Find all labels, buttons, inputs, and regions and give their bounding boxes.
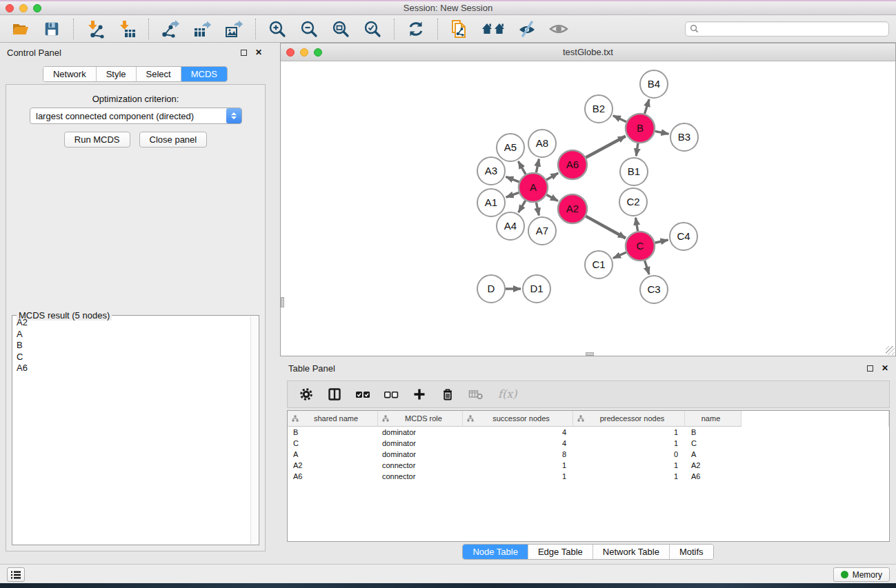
column-header-successor-nodes[interactable]: successor nodes [463, 411, 573, 427]
edge-A-A3[interactable] [506, 176, 519, 182]
node-A[interactable]: A [519, 173, 548, 202]
result-scrollbar[interactable] [250, 316, 258, 544]
node-C1[interactable]: C1 [585, 251, 613, 278]
node-A8[interactable]: A8 [528, 130, 556, 157]
import-network-icon[interactable] [85, 19, 106, 39]
edge-A-A6[interactable] [546, 173, 558, 180]
float-panel-icon[interactable] [241, 50, 247, 56]
edge-C-C2[interactable] [636, 218, 638, 232]
tab-network-table[interactable]: Network Table [593, 545, 670, 559]
close-panel-button[interactable]: Close panel [139, 132, 208, 148]
node-B1[interactable]: B1 [620, 158, 648, 185]
node-D1[interactable]: D1 [523, 275, 550, 303]
edge-A-A7[interactable] [536, 203, 539, 216]
network-canvas[interactable]: AA1A2A3A4A5A6A7A8BB1B2B3B4CC1C2C3C4DD1 [281, 62, 895, 356]
tab-node-table[interactable]: Node Table [463, 545, 528, 559]
node-A6[interactable]: A6 [558, 150, 587, 179]
result-item[interactable]: B [14, 340, 250, 352]
network-window-titlebar[interactable]: testGlobe.txt [281, 43, 895, 61]
horizontal-scroll-thumb[interactable] [586, 352, 594, 356]
edge-B-B1[interactable] [636, 143, 638, 156]
node-B[interactable]: B [626, 114, 655, 143]
node-A1[interactable]: A1 [477, 189, 505, 216]
edge-A-A1[interactable] [506, 192, 519, 197]
open-folder-icon[interactable] [10, 19, 30, 39]
node-C[interactable]: C [626, 232, 655, 261]
trash-icon[interactable] [439, 385, 457, 403]
column-header-predecessor-nodes[interactable]: predecessor nodes [573, 411, 685, 427]
optimization-criterion-dropdown[interactable]: largest connected component (directed) [30, 108, 242, 124]
node-B3[interactable]: B3 [670, 123, 698, 151]
edge-A-A5[interactable] [518, 161, 526, 174]
edge-A-A2[interactable] [546, 195, 558, 201]
tab-select[interactable]: Select [137, 67, 181, 81]
column-header-shared-name[interactable]: shared name [288, 411, 378, 427]
edge-C-C3[interactable] [645, 261, 649, 274]
result-item[interactable]: A [14, 329, 250, 341]
eye-icon[interactable] [548, 19, 569, 39]
node-A3[interactable]: A3 [477, 157, 505, 185]
add-icon[interactable] [410, 385, 428, 403]
edge-A6-B[interactable] [586, 136, 626, 157]
close-panel-icon[interactable]: ✕ [255, 50, 262, 56]
result-item[interactable]: C [14, 352, 250, 363]
node-A5[interactable]: A5 [497, 134, 524, 161]
table-row[interactable]: Adominator80A [288, 449, 889, 460]
edge-B-B2[interactable] [613, 116, 626, 122]
edge-B-B4[interactable] [645, 99, 650, 114]
column-header-mcds-role[interactable]: MCDS role [378, 411, 463, 427]
result-item[interactable]: A6 [14, 363, 250, 374]
zoom-out-icon[interactable] [299, 19, 319, 39]
table-row[interactable]: A6connector11A6 [288, 471, 889, 482]
edge-A-A8[interactable] [536, 159, 539, 173]
search-input[interactable] [701, 24, 884, 34]
edge-A-A4[interactable] [519, 201, 526, 212]
node-A2[interactable]: A2 [558, 194, 587, 223]
tab-motifs[interactable]: Motifs [670, 545, 713, 559]
select-all-icon[interactable] [354, 385, 372, 403]
node-C4[interactable]: C4 [670, 223, 697, 250]
edge-A2-C[interactable] [586, 216, 626, 239]
edge-B-B3[interactable] [655, 131, 669, 134]
table-row[interactable]: Bdominator41B [288, 427, 889, 438]
tab-network[interactable]: Network [43, 67, 97, 81]
search-field[interactable] [685, 21, 889, 37]
export-table-icon[interactable] [192, 19, 212, 39]
import-table-icon[interactable] [117, 19, 137, 39]
zoom-fit-icon[interactable] [330, 19, 351, 39]
table-row[interactable]: A2connector11A2 [288, 460, 889, 471]
zoom-in-icon[interactable] [267, 19, 288, 39]
table-row[interactable]: Cdominator41C [288, 438, 889, 449]
columns-icon[interactable] [326, 385, 344, 403]
export-network-icon[interactable] [160, 19, 181, 39]
resize-grip[interactable] [886, 346, 895, 355]
run-mcds-button[interactable]: Run MCDS [64, 132, 130, 148]
edge-C-C1[interactable] [613, 252, 626, 258]
edge-C-C4[interactable] [655, 240, 668, 243]
tab-mcds[interactable]: MCDS [181, 67, 227, 81]
node-D[interactable]: D [477, 275, 505, 303]
node-A7[interactable]: A7 [528, 217, 556, 245]
save-icon[interactable] [41, 19, 62, 39]
refresh-icon[interactable] [406, 19, 426, 39]
zoom-selected-icon[interactable] [362, 19, 383, 39]
result-item[interactable]: A2 [14, 317, 250, 329]
node-C2[interactable]: C2 [619, 188, 647, 216]
float-table-panel-icon[interactable] [867, 365, 873, 372]
hide-eye-icon[interactable] [517, 19, 537, 39]
vertical-scroll-thumb[interactable] [281, 297, 284, 307]
copy-network-icon[interactable] [449, 19, 470, 39]
close-table-panel-icon[interactable]: ✕ [882, 365, 888, 372]
column-header-name[interactable]: name [685, 411, 741, 427]
task-list-button[interactable] [7, 567, 25, 582]
node-B4[interactable]: B4 [640, 70, 668, 98]
deselect-all-icon[interactable] [382, 385, 400, 403]
tab-style[interactable]: Style [97, 67, 137, 81]
tab-edge-table[interactable]: Edge Table [528, 545, 593, 559]
homes-icon[interactable] [481, 19, 506, 39]
node-C3[interactable]: C3 [640, 276, 668, 303]
memory-button[interactable]: Memory [833, 567, 890, 582]
gear-icon[interactable] [297, 385, 315, 403]
node-A4[interactable]: A4 [497, 212, 524, 240]
export-image-icon[interactable] [223, 19, 244, 39]
